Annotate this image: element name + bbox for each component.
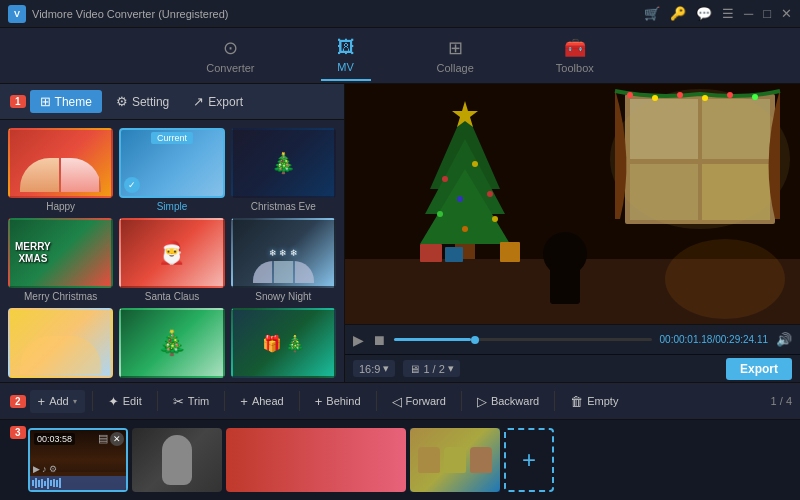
- clip-1-audio: [30, 476, 126, 490]
- progress-bar[interactable]: [394, 338, 652, 341]
- trash-icon: 🗑: [570, 394, 583, 409]
- add-button[interactable]: + Add ▾: [30, 390, 85, 413]
- check-icon: ✓: [124, 177, 140, 193]
- backward-label: Backward: [491, 395, 539, 407]
- clip-1-play-icon[interactable]: ▶: [33, 464, 40, 474]
- theme-grid: Happy Current ✓ Simple 🎄 Christmas Eve: [0, 120, 344, 382]
- nav-collage[interactable]: ⊞ Collage: [421, 31, 490, 80]
- clip-simpsons[interactable]: [410, 428, 500, 492]
- add-dropdown-arrow[interactable]: ▾: [73, 397, 77, 406]
- theme-beautiful-christmas-label: Beautiful Christmas: [231, 381, 336, 382]
- clip-2[interactable]: [132, 428, 222, 492]
- theme-santa-claus-thumb: 🎅: [119, 218, 224, 288]
- setting-tab-icon: ⚙: [116, 94, 128, 109]
- close-icon[interactable]: ✕: [781, 6, 792, 21]
- restore-icon[interactable]: □: [763, 6, 771, 21]
- top-navigation: ⊙ Converter 🖼 MV ⊞ Collage 🧰 Toolbox: [0, 28, 800, 84]
- svg-point-31: [727, 92, 733, 98]
- forward-label: Forward: [406, 395, 446, 407]
- theme-christmas-eve-label: Christmas Eve: [231, 201, 336, 212]
- add-clip-button[interactable]: +: [504, 428, 554, 492]
- clip-2-thumb: [132, 428, 222, 492]
- separator-5: [376, 391, 377, 411]
- backward-icon: ▷: [477, 394, 487, 409]
- edit-button[interactable]: ✦ Edit: [100, 390, 150, 413]
- ahead-button[interactable]: + Ahead: [232, 390, 291, 413]
- toolbox-icon: 🧰: [564, 37, 586, 59]
- ahead-icon: +: [240, 394, 248, 409]
- theme-snowy-night-thumb: ❄ ❄ ❄: [231, 218, 336, 288]
- theme-simple-thumb: Current ✓: [119, 128, 224, 198]
- theme-santa-claus[interactable]: 🎅 Santa Claus: [119, 218, 224, 302]
- theme-happy[interactable]: Happy: [8, 128, 113, 212]
- empty-button[interactable]: 🗑 Empty: [562, 390, 626, 413]
- clip-1[interactable]: 00:03:58 ✕ ▤ ▶ ♪ ⚙: [28, 428, 128, 492]
- theme-stripes-waves-label: Stripes & Waves: [8, 381, 113, 382]
- behind-button[interactable]: + Behind: [307, 390, 369, 413]
- menu-icon[interactable]: ☰: [722, 6, 734, 21]
- tab-export[interactable]: ↗ Export: [183, 90, 253, 113]
- page-info: 1 / 4: [771, 395, 792, 407]
- collage-icon: ⊞: [448, 37, 463, 59]
- nav-converter[interactable]: ⊙ Converter: [190, 31, 270, 80]
- theme-beautiful-christmas[interactable]: 🎁 🎄 Beautiful Christmas: [231, 308, 336, 382]
- theme-tab-label: Theme: [55, 95, 92, 109]
- nav-toolbox[interactable]: 🧰 Toolbox: [540, 31, 610, 80]
- key-icon[interactable]: 🔑: [670, 6, 686, 21]
- nav-converter-label: Converter: [206, 62, 254, 74]
- mv-icon: 🖼: [337, 37, 355, 58]
- tab-theme[interactable]: ⊞ Theme: [30, 90, 102, 113]
- aspect-ratio-value: 16:9: [359, 363, 380, 375]
- cart-icon[interactable]: 🛒: [644, 6, 660, 21]
- forward-button[interactable]: ◁ Forward: [384, 390, 454, 413]
- add-icon: +: [38, 394, 46, 409]
- badge-2: 2: [10, 395, 26, 408]
- converter-icon: ⊙: [223, 37, 238, 59]
- play-button[interactable]: ▶: [353, 332, 364, 348]
- clip-1-settings-icon[interactable]: ▤: [98, 432, 108, 445]
- nav-toolbox-label: Toolbox: [556, 62, 594, 74]
- clip-1-close[interactable]: ✕: [110, 432, 124, 446]
- theme-stripes-waves-thumb: [8, 308, 113, 378]
- clip-1-time: 00:03:58: [34, 433, 75, 445]
- theme-merry-christmas-thumb: MERRYXMAS: [8, 218, 113, 288]
- theme-christmas-tree[interactable]: 🎄 Christmas Tree: [119, 308, 224, 382]
- theme-christmas-eve[interactable]: 🎄 Christmas Eve: [231, 128, 336, 212]
- theme-simple-label: Simple: [119, 201, 224, 212]
- aspect-ratio-chevron: ▾: [383, 362, 389, 375]
- trim-button[interactable]: ✂ Trim: [165, 390, 218, 413]
- clip-1-settings2-icon[interactable]: ⚙: [49, 464, 57, 474]
- theme-snowy-night[interactable]: ❄ ❄ ❄ Snowy Night: [231, 218, 336, 302]
- theme-simple[interactable]: Current ✓ Simple: [119, 128, 224, 212]
- separator-2: [157, 391, 158, 411]
- clip-1-sound-icon[interactable]: ♪: [42, 464, 47, 474]
- separator-7: [554, 391, 555, 411]
- behind-icon: +: [315, 394, 323, 409]
- minimize-icon[interactable]: ─: [744, 6, 753, 21]
- theme-merry-christmas[interactable]: MERRYXMAS Merry Christmas: [8, 218, 113, 302]
- backward-button[interactable]: ▷ Backward: [469, 390, 547, 413]
- edit-label: Edit: [123, 395, 142, 407]
- separator-1: [92, 391, 93, 411]
- clip-ratio-button[interactable]: 🖥 1 / 2 ▾: [403, 360, 459, 377]
- theme-stripes-waves[interactable]: Stripes & Waves: [8, 308, 113, 382]
- volume-icon[interactable]: 🔊: [776, 332, 792, 347]
- ahead-label: Ahead: [252, 395, 284, 407]
- video-preview: [345, 84, 800, 324]
- aspect-ratio-button[interactable]: 16:9 ▾: [353, 360, 395, 377]
- stop-button[interactable]: ⏹: [372, 332, 386, 348]
- theme-christmas-eve-thumb: 🎄: [231, 128, 336, 198]
- theme-happy-thumb: [8, 128, 113, 198]
- nav-mv[interactable]: 🖼 MV: [321, 31, 371, 81]
- behind-label: Behind: [326, 395, 360, 407]
- chat-icon[interactable]: 💬: [696, 6, 712, 21]
- panel-tabs: 1 ⊞ Theme ⚙ Setting ↗ Export: [0, 84, 344, 120]
- export-button[interactable]: Export: [726, 358, 792, 380]
- titlebar: V Vidmore Video Converter (Unregistered)…: [0, 0, 800, 28]
- clip-blank[interactable]: [226, 428, 406, 492]
- time-display: 00:00:01.18/00:29:24.11: [660, 334, 768, 345]
- add-label: Add: [49, 395, 69, 407]
- clip-ratio-value: 1 / 2: [423, 363, 444, 375]
- tab-setting[interactable]: ⚙ Setting: [106, 90, 179, 113]
- theme-christmas-tree-thumb: 🎄: [119, 308, 224, 378]
